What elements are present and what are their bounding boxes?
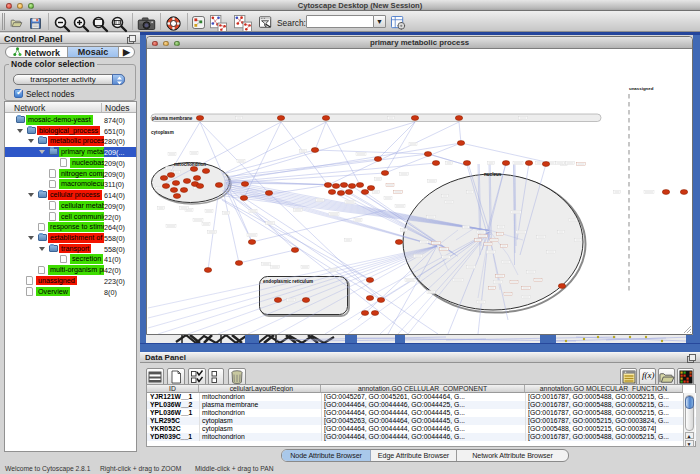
- svg-text:cytoplasm: cytoplasm: [151, 130, 174, 135]
- svg-text:plasma membrane: plasma membrane: [152, 116, 193, 121]
- svg-text:mitochondrion: mitochondrion: [174, 162, 206, 167]
- svg-text:nucleus: nucleus: [484, 172, 502, 177]
- svg-text:unassigned: unassigned: [629, 86, 654, 91]
- svg-text:endoplasmic reticulum: endoplasmic reticulum: [263, 279, 313, 284]
